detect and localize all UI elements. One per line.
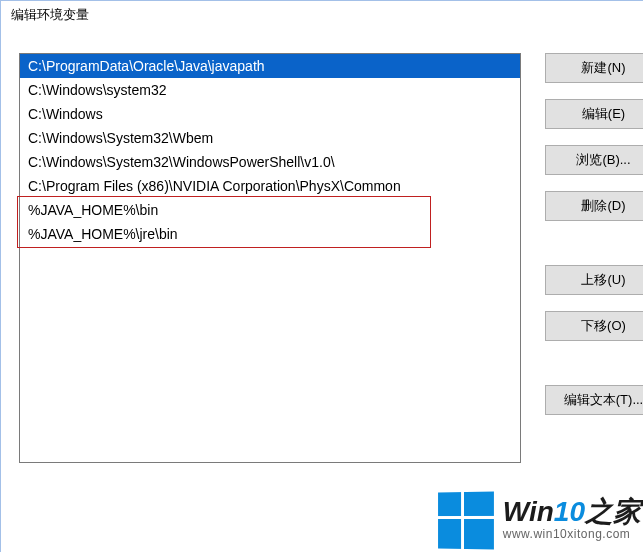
list-item[interactable]: C:\Windows\System32\WindowsPowerShell\v1… [20, 150, 520, 174]
list-item[interactable]: %JAVA_HOME%\bin [20, 198, 520, 222]
content-area: C:\ProgramData\Oracle\Java\javapathC:\Wi… [19, 53, 643, 552]
delete-button[interactable]: 删除(D) [545, 191, 643, 221]
dialog-window: 编辑环境变量 C:\ProgramData\Oracle\Java\javapa… [0, 0, 643, 552]
watermark-text: Win10之家 www.win10xitong.com [503, 497, 641, 541]
watermark-url: www.win10xitong.com [503, 528, 641, 541]
list-item[interactable]: %JAVA_HOME%\jre\bin [20, 222, 520, 246]
watermark: Win10之家 www.win10xitong.com [437, 492, 641, 546]
titlebar: 编辑环境变量 [1, 1, 643, 29]
move-up-button[interactable]: 上移(U) [545, 265, 643, 295]
watermark-brand: Win10之家 [503, 497, 641, 528]
list-item[interactable]: C:\Windows\System32\Wbem [20, 126, 520, 150]
browse-button[interactable]: 浏览(B)... [545, 145, 643, 175]
edit-button[interactable]: 编辑(E) [545, 99, 643, 129]
move-down-button[interactable]: 下移(O) [545, 311, 643, 341]
edit-text-button[interactable]: 编辑文本(T)... [545, 385, 643, 415]
list-item[interactable]: C:\Windows [20, 102, 520, 126]
windows-logo-icon [438, 492, 491, 547]
list-item[interactable]: C:\ProgramData\Oracle\Java\javapath [20, 54, 520, 78]
button-column: 新建(N) 编辑(E) 浏览(B)... 删除(D) 上移(U) 下移(O) 编… [545, 53, 643, 431]
window-title: 编辑环境变量 [11, 6, 89, 24]
new-button[interactable]: 新建(N) [545, 53, 643, 83]
list-item[interactable]: C:\Program Files (x86)\NVIDIA Corporatio… [20, 174, 520, 198]
path-listbox[interactable]: C:\ProgramData\Oracle\Java\javapathC:\Wi… [19, 53, 521, 463]
list-item[interactable]: C:\Windows\system32 [20, 78, 520, 102]
